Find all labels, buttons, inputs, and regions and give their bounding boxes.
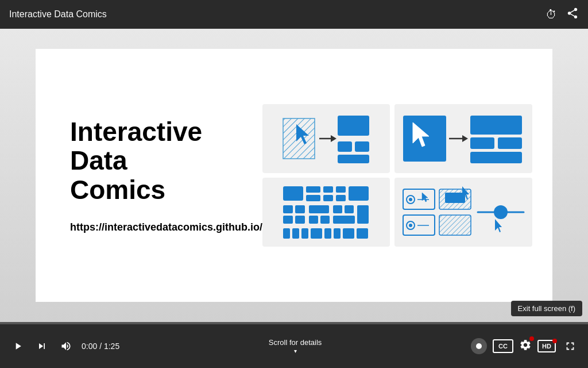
svg-rect-43 bbox=[357, 228, 368, 239]
slide-left: Interactive DataComics https://interacti… bbox=[70, 117, 262, 234]
time-display: 0:00 / 1:25 bbox=[82, 342, 119, 351]
slide-illustrations bbox=[262, 104, 532, 247]
svg-marker-48 bbox=[422, 193, 428, 202]
settings-red-dot bbox=[529, 336, 534, 341]
svg-marker-12 bbox=[462, 135, 468, 142]
illus-cell-4 bbox=[394, 178, 532, 247]
hd-text: HD bbox=[542, 343, 551, 350]
illus-cell-2 bbox=[394, 104, 532, 173]
svg-rect-18 bbox=[306, 186, 320, 193]
svg-rect-36 bbox=[283, 228, 290, 239]
svg-rect-40 bbox=[324, 228, 331, 239]
svg-point-51 bbox=[409, 224, 412, 227]
slide-title: Interactive DataComics bbox=[70, 117, 262, 205]
svg-point-59 bbox=[494, 205, 508, 219]
play-button[interactable] bbox=[9, 338, 26, 355]
svg-rect-26 bbox=[295, 205, 305, 213]
hd-badge[interactable]: HD bbox=[537, 340, 556, 352]
svg-marker-3 bbox=[331, 135, 336, 142]
svg-rect-23 bbox=[336, 195, 346, 201]
svg-rect-25 bbox=[283, 205, 293, 213]
scroll-chevron-icon: ▾ bbox=[294, 348, 297, 354]
volume-button[interactable] bbox=[57, 338, 75, 355]
exit-fullscreen-tooltip: Exit full screen (f) bbox=[511, 301, 582, 316]
hd-red-dot bbox=[552, 339, 557, 343]
svg-rect-27 bbox=[283, 216, 293, 224]
svg-rect-19 bbox=[306, 195, 320, 201]
share-icon[interactable] bbox=[566, 7, 579, 22]
svg-point-46 bbox=[409, 198, 412, 201]
svg-rect-33 bbox=[345, 205, 354, 213]
svg-rect-17 bbox=[283, 186, 303, 201]
top-bar-icons: ⏱ bbox=[546, 7, 579, 22]
svg-rect-20 bbox=[323, 186, 333, 193]
svg-rect-16 bbox=[470, 152, 522, 163]
svg-rect-6 bbox=[338, 141, 352, 152]
top-bar: Interactive Data Comics ⏱ bbox=[0, 0, 588, 29]
svg-rect-32 bbox=[333, 205, 342, 213]
svg-rect-9 bbox=[403, 116, 446, 162]
illus-cell-3 bbox=[262, 178, 390, 247]
fullscreen-button[interactable] bbox=[562, 338, 579, 355]
progress-bar[interactable] bbox=[0, 322, 588, 324]
controls-row: 0:00 / 1:25 Scroll for details ▾ CC bbox=[0, 324, 588, 368]
circle-dot-inner bbox=[476, 343, 482, 349]
svg-rect-8 bbox=[338, 155, 369, 163]
svg-rect-35 bbox=[357, 205, 369, 224]
svg-rect-13 bbox=[470, 116, 522, 135]
video-content: Interactive DataComics https://interacti… bbox=[0, 29, 588, 322]
svg-rect-24 bbox=[349, 186, 369, 201]
control-bar: 0:00 / 1:25 Scroll for details ▾ CC bbox=[0, 322, 588, 368]
svg-rect-39 bbox=[311, 228, 322, 239]
scroll-for-details: Scroll for details ▾ bbox=[269, 338, 322, 354]
controls-left: 0:00 / 1:25 bbox=[9, 338, 119, 355]
svg-rect-28 bbox=[295, 216, 305, 224]
svg-rect-57 bbox=[439, 215, 471, 235]
svg-rect-38 bbox=[301, 228, 308, 239]
svg-rect-55 bbox=[445, 193, 465, 203]
cc-button[interactable]: CC bbox=[493, 339, 513, 353]
svg-marker-60 bbox=[495, 219, 502, 232]
svg-rect-42 bbox=[343, 228, 354, 239]
svg-rect-31 bbox=[320, 216, 330, 224]
circle-dot-button[interactable] bbox=[471, 338, 487, 354]
skip-next-button[interactable] bbox=[33, 338, 51, 355]
slide-container: Interactive DataComics https://interacti… bbox=[36, 49, 552, 302]
slide-url: https://interactivedatacomics.github.io/ bbox=[70, 221, 262, 233]
history-icon[interactable]: ⏱ bbox=[546, 8, 557, 21]
scroll-label: Scroll for details bbox=[269, 338, 322, 347]
top-bar-title: Interactive Data Comics bbox=[9, 9, 107, 20]
settings-gear[interactable] bbox=[519, 339, 532, 354]
illus-cell-1 bbox=[262, 104, 390, 173]
svg-rect-5 bbox=[338, 116, 369, 136]
svg-rect-14 bbox=[470, 137, 494, 149]
svg-rect-7 bbox=[355, 141, 369, 152]
svg-rect-21 bbox=[336, 186, 346, 193]
svg-rect-22 bbox=[323, 195, 333, 201]
svg-rect-41 bbox=[334, 228, 341, 239]
svg-rect-29 bbox=[309, 205, 329, 213]
svg-rect-37 bbox=[292, 228, 299, 239]
svg-rect-34 bbox=[333, 216, 355, 224]
svg-rect-30 bbox=[309, 216, 318, 224]
svg-rect-15 bbox=[498, 137, 522, 149]
controls-right: CC HD bbox=[471, 338, 579, 355]
